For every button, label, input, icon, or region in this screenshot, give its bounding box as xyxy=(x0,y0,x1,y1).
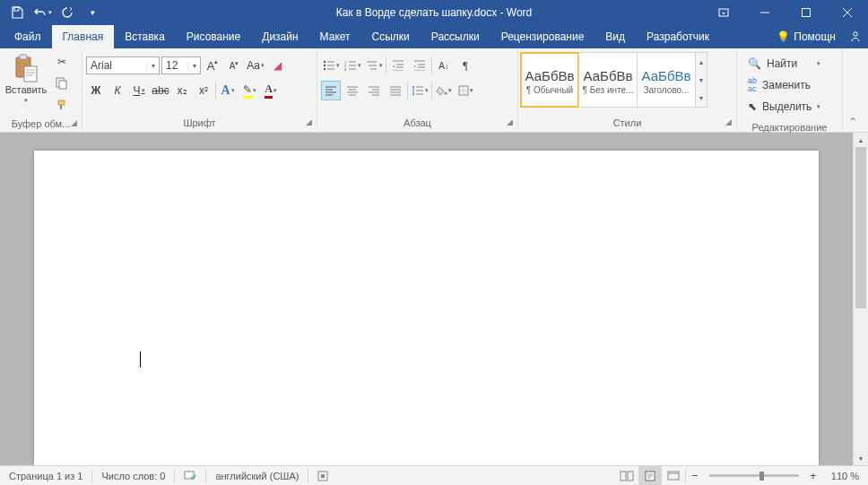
styles-launcher[interactable]: ◢ xyxy=(722,117,734,130)
share-button[interactable] xyxy=(843,25,868,48)
tab-draw[interactable]: Рисование xyxy=(176,25,251,48)
svg-point-15 xyxy=(444,92,447,95)
italic-button[interactable]: К xyxy=(108,81,127,100)
redo-button[interactable] xyxy=(56,1,79,24)
svg-point-10 xyxy=(323,65,325,66)
change-case-button[interactable]: Aa▾ xyxy=(246,56,265,75)
document-area[interactable]: ▴ ▾ xyxy=(0,133,868,465)
align-left-button[interactable] xyxy=(321,81,341,100)
sort-button[interactable]: A↓ xyxy=(434,56,454,75)
eraser-icon: ◢ xyxy=(273,59,282,72)
paragraph-launcher[interactable]: ◢ xyxy=(503,117,516,130)
zoom-in-button[interactable]: + xyxy=(804,469,822,482)
status-language[interactable]: английский (США) xyxy=(206,466,308,485)
svg-rect-21 xyxy=(628,472,633,481)
tab-insert[interactable]: Вставка xyxy=(114,25,176,48)
paste-button[interactable]: Вставить ▾ xyxy=(4,52,48,104)
superscript-button[interactable]: x² xyxy=(194,81,213,100)
status-spellcheck[interactable] xyxy=(175,466,205,485)
scroll-thumb[interactable] xyxy=(855,147,866,308)
zoom-out-button[interactable]: − xyxy=(686,469,704,482)
align-right-button[interactable] xyxy=(364,81,384,100)
view-read[interactable] xyxy=(615,466,638,485)
view-web[interactable] xyxy=(662,466,685,485)
svg-rect-20 xyxy=(621,472,626,481)
align-center-button[interactable] xyxy=(343,81,362,100)
tab-review[interactable]: Рецензирование xyxy=(490,25,595,48)
clipboard-launcher[interactable]: ◢ xyxy=(67,118,80,131)
borders-button[interactable]: ▾ xyxy=(456,81,475,100)
zoom-slider[interactable] xyxy=(709,474,799,477)
tab-design[interactable]: Дизайн xyxy=(251,25,308,48)
brush-icon xyxy=(56,99,68,111)
svg-point-9 xyxy=(323,61,325,63)
copy-icon xyxy=(56,77,68,90)
show-marks-button[interactable]: ¶ xyxy=(456,56,475,75)
cut-button[interactable]: ✂ xyxy=(52,52,72,72)
tab-references[interactable]: Ссылки xyxy=(361,25,421,48)
decrease-indent-button[interactable] xyxy=(388,56,408,75)
highlight-button[interactable]: ✎▾ xyxy=(239,81,259,100)
svg-rect-6 xyxy=(24,66,37,82)
status-macro[interactable] xyxy=(308,466,337,485)
text-effects-button[interactable]: A▾ xyxy=(218,81,238,100)
shading-button[interactable]: ▾ xyxy=(434,81,454,100)
increase-indent-button[interactable] xyxy=(410,56,430,75)
style-normal[interactable]: АаБбВв¶ Обычный xyxy=(520,52,579,108)
bold-button[interactable]: Ж xyxy=(86,81,106,100)
page[interactable] xyxy=(34,151,819,465)
view-print[interactable] xyxy=(638,466,662,485)
zoom-level[interactable]: 110 % xyxy=(822,466,868,485)
tab-developer[interactable]: Разработчик xyxy=(636,25,720,48)
replace-button[interactable]: abacЗаменить xyxy=(744,75,824,95)
save-button[interactable] xyxy=(5,1,29,24)
styles-expand[interactable]: ▾ xyxy=(696,89,707,107)
status-page[interactable]: Страница 1 из 1 xyxy=(0,466,91,485)
subscript-button[interactable]: x₂ xyxy=(172,81,192,100)
vertical-scrollbar[interactable]: ▴ ▾ xyxy=(853,133,868,465)
font-color-button[interactable]: A▾ xyxy=(261,81,281,100)
numbering-button[interactable]: 123▾ xyxy=(343,56,362,75)
qat-customize[interactable]: ▾ xyxy=(81,1,104,24)
styles-scroll-down[interactable]: ▾ xyxy=(696,71,707,89)
font-size-combo[interactable]: 12▾ xyxy=(161,56,201,74)
tab-mailings[interactable]: Рассылки xyxy=(421,25,490,48)
styles-scroll-up[interactable]: ▴ xyxy=(696,53,707,71)
bullets-button[interactable]: ▾ xyxy=(321,56,341,75)
copy-button[interactable] xyxy=(52,74,72,93)
shrink-font-button[interactable]: A▾ xyxy=(224,56,244,75)
tab-home[interactable]: Главная xyxy=(52,25,115,48)
scroll-up[interactable]: ▴ xyxy=(854,133,868,147)
zoom-thumb[interactable] xyxy=(760,472,764,481)
undo-button[interactable]: ▾ xyxy=(30,1,54,24)
select-button[interactable]: ⬉Выделить▾ xyxy=(744,97,824,117)
lightbulb-icon: 💡 xyxy=(777,30,790,43)
format-painter-button[interactable] xyxy=(52,95,72,115)
collapse-ribbon-button[interactable]: ⌃ xyxy=(843,48,863,132)
tab-view[interactable]: Вид xyxy=(595,25,636,48)
underline-button[interactable]: Ч▾ xyxy=(129,81,149,100)
scroll-down[interactable]: ▾ xyxy=(854,451,868,465)
close-button[interactable] xyxy=(827,0,868,25)
tab-file[interactable]: Файл xyxy=(4,25,52,48)
multilevel-button[interactable]: ▾ xyxy=(364,56,384,75)
clipboard-icon xyxy=(13,54,39,82)
ribbon-options-button[interactable] xyxy=(703,0,744,25)
line-spacing-button[interactable]: ▾ xyxy=(410,81,430,100)
justify-button[interactable] xyxy=(386,81,405,100)
font-name-combo[interactable]: Arial▾ xyxy=(86,56,160,74)
strike-button[interactable]: abc xyxy=(151,81,170,100)
font-launcher[interactable]: ◢ xyxy=(302,117,315,130)
clear-formatting-button[interactable]: ◢ xyxy=(267,56,287,75)
minimize-button[interactable] xyxy=(744,0,786,25)
tab-layout[interactable]: Макет xyxy=(309,25,361,48)
status-words[interactable]: Число слов: 0 xyxy=(92,466,174,485)
search-icon: 🔍 xyxy=(748,57,761,70)
style-no-spacing[interactable]: АаБбВв¶ Без инте... xyxy=(578,52,638,108)
grow-font-button[interactable]: A▴ xyxy=(203,56,222,75)
maximize-button[interactable] xyxy=(786,0,827,25)
find-button[interactable]: 🔍Найти▾ xyxy=(744,54,824,74)
tell-me[interactable]: 💡Помощн xyxy=(769,25,843,48)
bucket-icon xyxy=(437,85,447,96)
style-heading1[interactable]: АаБбВвЗаголово... xyxy=(637,52,696,108)
